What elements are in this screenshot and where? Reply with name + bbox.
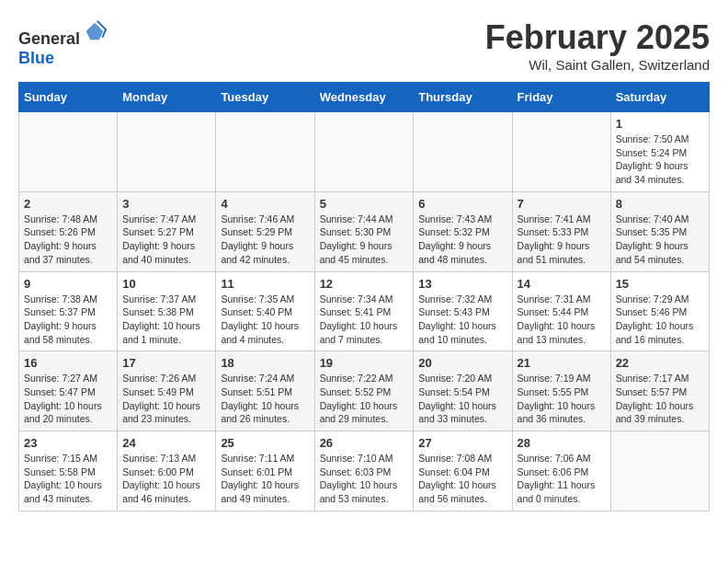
day-number: 21 [518, 356, 606, 370]
calendar-cell [19, 112, 118, 192]
calendar-cell: 28Sunrise: 7:06 AM Sunset: 6:06 PM Dayli… [512, 431, 610, 511]
page-header: General Blue February 2025 Wil, Saint Ga… [18, 18, 710, 73]
day-number: 12 [320, 277, 409, 291]
weekday-header-saturday: Saturday [610, 83, 709, 112]
day-info: Sunrise: 7:13 AM Sunset: 6:00 PM Dayligh… [122, 452, 210, 506]
day-info: Sunrise: 7:15 AM Sunset: 5:58 PM Dayligh… [24, 452, 112, 506]
month-title: February 2025 [485, 18, 710, 57]
calendar-cell [414, 112, 512, 192]
calendar-cell: 16Sunrise: 7:27 AM Sunset: 5:47 PM Dayli… [19, 351, 118, 431]
day-number: 17 [122, 356, 210, 370]
calendar-cell: 9Sunrise: 7:38 AM Sunset: 5:37 PM Daylig… [19, 271, 118, 351]
calendar-cell: 23Sunrise: 7:15 AM Sunset: 5:58 PM Dayli… [19, 431, 118, 511]
day-number: 11 [221, 277, 309, 291]
calendar-cell: 15Sunrise: 7:29 AM Sunset: 5:46 PM Dayli… [610, 271, 709, 351]
calendar-cell: 12Sunrise: 7:34 AM Sunset: 5:41 PM Dayli… [314, 271, 414, 351]
day-info: Sunrise: 7:35 AM Sunset: 5:40 PM Dayligh… [221, 293, 309, 347]
logo-icon [82, 18, 108, 44]
calendar-cell [314, 112, 414, 192]
calendar-cell: 6Sunrise: 7:43 AM Sunset: 5:32 PM Daylig… [414, 191, 512, 271]
day-info: Sunrise: 7:22 AM Sunset: 5:52 PM Dayligh… [320, 372, 409, 426]
calendar-cell: 3Sunrise: 7:47 AM Sunset: 5:27 PM Daylig… [118, 191, 216, 271]
day-info: Sunrise: 7:43 AM Sunset: 5:32 PM Dayligh… [418, 213, 506, 267]
day-info: Sunrise: 7:46 AM Sunset: 5:29 PM Dayligh… [221, 213, 309, 267]
day-number: 9 [24, 277, 112, 291]
weekday-header-friday: Friday [512, 83, 610, 112]
day-number: 5 [320, 197, 409, 211]
calendar-cell: 7Sunrise: 7:41 AM Sunset: 5:33 PM Daylig… [512, 191, 610, 271]
day-number: 8 [616, 197, 704, 211]
calendar-cell [610, 431, 709, 511]
calendar-cell: 4Sunrise: 7:46 AM Sunset: 5:29 PM Daylig… [216, 191, 314, 271]
day-number: 2 [24, 197, 112, 211]
calendar-cell: 1Sunrise: 7:50 AM Sunset: 5:24 PM Daylig… [610, 112, 709, 192]
day-number: 22 [616, 356, 704, 370]
day-info: Sunrise: 7:08 AM Sunset: 6:04 PM Dayligh… [418, 452, 506, 506]
calendar-cell: 19Sunrise: 7:22 AM Sunset: 5:52 PM Dayli… [314, 351, 414, 431]
calendar-table: SundayMondayTuesdayWednesdayThursdayFrid… [18, 82, 710, 511]
day-info: Sunrise: 7:20 AM Sunset: 5:54 PM Dayligh… [418, 372, 506, 426]
day-number: 25 [221, 436, 309, 450]
day-number: 20 [418, 356, 506, 370]
calendar-week-1: 1Sunrise: 7:50 AM Sunset: 5:24 PM Daylig… [19, 112, 710, 192]
day-number: 26 [320, 436, 409, 450]
calendar-cell: 5Sunrise: 7:44 AM Sunset: 5:30 PM Daylig… [314, 191, 414, 271]
day-info: Sunrise: 7:50 AM Sunset: 5:24 PM Dayligh… [616, 132, 704, 187]
calendar-cell: 13Sunrise: 7:32 AM Sunset: 5:43 PM Dayli… [414, 271, 512, 351]
day-info: Sunrise: 7:44 AM Sunset: 5:30 PM Dayligh… [320, 213, 409, 267]
calendar-cell: 25Sunrise: 7:11 AM Sunset: 6:01 PM Dayli… [216, 431, 314, 511]
calendar-cell: 20Sunrise: 7:20 AM Sunset: 5:54 PM Dayli… [414, 351, 512, 431]
day-number: 19 [320, 356, 409, 370]
day-info: Sunrise: 7:11 AM Sunset: 6:01 PM Dayligh… [221, 452, 309, 506]
calendar-cell: 2Sunrise: 7:48 AM Sunset: 5:26 PM Daylig… [19, 191, 118, 271]
weekday-header-wednesday: Wednesday [314, 83, 414, 112]
day-number: 28 [518, 436, 606, 450]
logo: General Blue [18, 18, 108, 68]
calendar-week-5: 23Sunrise: 7:15 AM Sunset: 5:58 PM Dayli… [19, 431, 710, 511]
calendar-cell: 11Sunrise: 7:35 AM Sunset: 5:40 PM Dayli… [216, 271, 314, 351]
calendar-cell [216, 112, 314, 192]
day-info: Sunrise: 7:31 AM Sunset: 5:44 PM Dayligh… [518, 293, 606, 347]
location: Wil, Saint Gallen, Switzerland [485, 57, 710, 73]
day-number: 18 [221, 356, 309, 370]
calendar-cell: 8Sunrise: 7:40 AM Sunset: 5:35 PM Daylig… [610, 191, 709, 271]
day-number: 6 [418, 197, 506, 211]
day-info: Sunrise: 7:41 AM Sunset: 5:33 PM Dayligh… [518, 213, 606, 267]
day-info: Sunrise: 7:40 AM Sunset: 5:35 PM Dayligh… [616, 213, 704, 267]
day-info: Sunrise: 7:06 AM Sunset: 6:06 PM Dayligh… [518, 452, 606, 506]
calendar-week-2: 2Sunrise: 7:48 AM Sunset: 5:26 PM Daylig… [19, 191, 710, 271]
day-number: 1 [616, 117, 704, 131]
day-info: Sunrise: 7:38 AM Sunset: 5:37 PM Dayligh… [24, 293, 112, 347]
calendar-cell: 21Sunrise: 7:19 AM Sunset: 5:55 PM Dayli… [512, 351, 610, 431]
day-info: Sunrise: 7:32 AM Sunset: 5:43 PM Dayligh… [418, 293, 506, 347]
day-info: Sunrise: 7:37 AM Sunset: 5:38 PM Dayligh… [122, 293, 210, 347]
day-number: 24 [122, 436, 210, 450]
day-number: 10 [122, 277, 210, 291]
day-number: 15 [616, 277, 704, 291]
calendar-cell: 17Sunrise: 7:26 AM Sunset: 5:49 PM Dayli… [118, 351, 216, 431]
day-info: Sunrise: 7:26 AM Sunset: 5:49 PM Dayligh… [122, 372, 210, 426]
weekday-header-sunday: Sunday [19, 83, 118, 112]
calendar-cell: 10Sunrise: 7:37 AM Sunset: 5:38 PM Dayli… [118, 271, 216, 351]
logo-text-general: General [18, 29, 80, 48]
day-info: Sunrise: 7:47 AM Sunset: 5:27 PM Dayligh… [122, 213, 210, 267]
day-number: 3 [122, 197, 210, 211]
calendar-week-4: 16Sunrise: 7:27 AM Sunset: 5:47 PM Dayli… [19, 351, 710, 431]
day-info: Sunrise: 7:19 AM Sunset: 5:55 PM Dayligh… [518, 372, 606, 426]
calendar-cell: 26Sunrise: 7:10 AM Sunset: 6:03 PM Dayli… [314, 431, 414, 511]
title-block: February 2025 Wil, Saint Gallen, Switzer… [485, 18, 710, 73]
day-info: Sunrise: 7:48 AM Sunset: 5:26 PM Dayligh… [24, 213, 112, 267]
day-number: 4 [221, 197, 309, 211]
calendar-cell: 14Sunrise: 7:31 AM Sunset: 5:44 PM Dayli… [512, 271, 610, 351]
day-info: Sunrise: 7:24 AM Sunset: 5:51 PM Dayligh… [221, 372, 309, 426]
day-number: 27 [418, 436, 506, 450]
calendar-week-3: 9Sunrise: 7:38 AM Sunset: 5:37 PM Daylig… [19, 271, 710, 351]
calendar-cell: 22Sunrise: 7:17 AM Sunset: 5:57 PM Dayli… [610, 351, 709, 431]
day-number: 7 [518, 197, 606, 211]
weekday-header-thursday: Thursday [414, 83, 512, 112]
calendar-cell: 18Sunrise: 7:24 AM Sunset: 5:51 PM Dayli… [216, 351, 314, 431]
logo-text-blue: Blue [18, 49, 54, 67]
calendar-header-row: SundayMondayTuesdayWednesdayThursdayFrid… [19, 83, 710, 112]
day-number: 13 [418, 277, 506, 291]
day-info: Sunrise: 7:29 AM Sunset: 5:46 PM Dayligh… [616, 293, 704, 347]
